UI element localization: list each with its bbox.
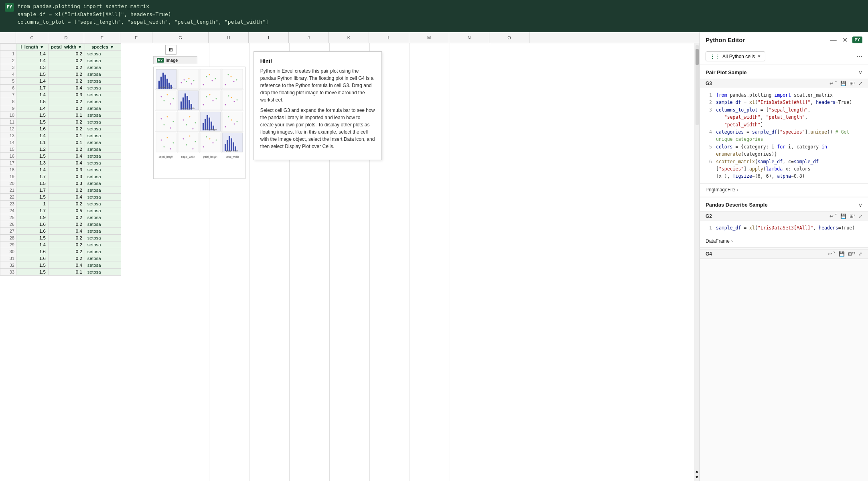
table-row[interactable]: 0.2 xyxy=(49,221,85,228)
table-row[interactable]: 1.3 xyxy=(16,64,49,71)
table-row[interactable]: 1.5 xyxy=(16,194,49,201)
table-row[interactable]: 1.6 xyxy=(16,221,49,228)
table-row[interactable]: 1.4 xyxy=(16,78,49,85)
scroll-down-icon[interactable]: ▼ xyxy=(695,475,699,479)
pair-plot-section-header[interactable]: Pair Plot Sample ∨ xyxy=(700,65,868,79)
table-row[interactable]: 1.6 xyxy=(16,126,49,132)
table-row[interactable]: 1.5 xyxy=(16,153,49,160)
table-row[interactable]: 0.1 xyxy=(49,139,85,146)
table-row[interactable]: setosa xyxy=(85,146,121,153)
step-btn-2[interactable]: ⊞ˢ xyxy=(850,213,855,219)
table-row[interactable]: setosa xyxy=(85,126,121,132)
table-row[interactable]: setosa xyxy=(85,160,121,166)
close-panel-btn[interactable]: ✕ xyxy=(842,35,848,45)
table-row[interactable]: setosa xyxy=(85,262,121,269)
table-row[interactable]: 0.2 xyxy=(49,78,85,85)
undo-btn-1[interactable]: ↩ ˅ xyxy=(829,81,837,86)
table-row[interactable]: 1.7 xyxy=(16,207,49,214)
table-row[interactable]: 0.4 xyxy=(49,194,85,201)
table-row[interactable]: 0.2 xyxy=(49,126,85,132)
table-row[interactable]: 0.4 xyxy=(49,262,85,269)
col-header-g[interactable]: G xyxy=(152,32,209,43)
table-row[interactable]: 0.2 xyxy=(49,71,85,78)
table-row[interactable]: 1 xyxy=(16,201,49,207)
table-row[interactable]: 0.4 xyxy=(49,85,85,91)
table-row[interactable]: 1.4 xyxy=(16,166,49,173)
table-row[interactable]: 0.2 xyxy=(49,214,85,221)
table-row[interactable]: 0.4 xyxy=(49,228,85,235)
table-row[interactable]: 0.4 xyxy=(49,160,85,166)
table-row[interactable]: 0.2 xyxy=(49,146,85,153)
table-row[interactable]: setosa xyxy=(85,51,121,57)
table-row[interactable]: 1.5 xyxy=(16,98,49,105)
table-row[interactable]: setosa xyxy=(85,57,121,64)
table-row[interactable]: setosa xyxy=(85,228,121,235)
table-row[interactable]: 1.3 xyxy=(16,160,49,166)
table-row[interactable]: 0.3 xyxy=(49,166,85,173)
table-row[interactable]: setosa xyxy=(85,201,121,207)
table-row[interactable]: setosa xyxy=(85,194,121,201)
table-row[interactable]: setosa xyxy=(85,166,121,173)
undo-btn-3[interactable]: ↩ ˅ xyxy=(828,251,836,257)
table-row[interactable]: setosa xyxy=(85,139,121,146)
expand-btn-2[interactable]: ⤢ xyxy=(858,213,862,219)
table-row[interactable]: setosa xyxy=(85,85,121,91)
step-btn-1[interactable]: ⊞ˢ xyxy=(850,81,855,86)
table-row[interactable]: 0.4 xyxy=(49,153,85,160)
table-row[interactable]: 1.5 xyxy=(16,71,49,78)
table-row[interactable]: 1.4 xyxy=(16,105,49,112)
table-row[interactable]: 1.5 xyxy=(16,235,49,242)
table-row[interactable]: setosa xyxy=(85,248,121,255)
table-row[interactable]: 0.3 xyxy=(49,91,85,98)
table-row[interactable]: 0.5 xyxy=(49,207,85,214)
dataframe-output[interactable]: DataFrame › xyxy=(700,235,868,247)
table-row[interactable]: 0.3 xyxy=(49,173,85,180)
table-row[interactable]: setosa xyxy=(85,71,121,78)
expand-btn-3[interactable]: ⤢ xyxy=(858,251,862,257)
table-row[interactable]: 1.9 xyxy=(16,214,49,221)
save-btn-3[interactable]: 💾 xyxy=(839,251,845,257)
pandas-describe-section-header[interactable]: Pandas Describe Sample ∨ xyxy=(700,198,868,211)
table-row[interactable]: 0.1 xyxy=(49,112,85,119)
pngimagefile-output[interactable]: PngImageFile › xyxy=(700,183,868,196)
table-row[interactable]: setosa xyxy=(85,207,121,214)
table-row[interactable]: setosa xyxy=(85,153,121,160)
table-row[interactable]: 1.2 xyxy=(16,146,49,153)
table-row[interactable]: 1.5 xyxy=(16,269,49,276)
table-row[interactable]: 0.3 xyxy=(49,180,85,187)
table-row[interactable]: 1.4 xyxy=(16,57,49,64)
table-row[interactable]: setosa xyxy=(85,112,121,119)
table-row[interactable]: 1.6 xyxy=(16,228,49,235)
undo-btn-2[interactable]: ↩ ˅ xyxy=(829,213,837,219)
table-row[interactable]: 0.2 xyxy=(49,105,85,112)
table-row[interactable]: 1.5 xyxy=(16,262,49,269)
table-row[interactable]: 1.6 xyxy=(16,255,49,262)
table-row[interactable]: 0.2 xyxy=(49,242,85,248)
table-row[interactable]: setosa xyxy=(85,242,121,248)
table-row[interactable]: 1.1 xyxy=(16,139,49,146)
save-btn-2[interactable]: 💾 xyxy=(840,213,846,219)
table-row[interactable]: setosa xyxy=(85,269,121,276)
table-row[interactable]: 0.2 xyxy=(49,201,85,207)
table-row[interactable]: setosa xyxy=(85,221,121,228)
all-python-cells-filter[interactable]: ⋮⋮ All Python cells ▼ xyxy=(706,51,765,61)
table-row[interactable]: setosa xyxy=(85,64,121,71)
table-row[interactable]: setosa xyxy=(85,235,121,242)
table-row[interactable]: setosa xyxy=(85,91,121,98)
table-row[interactable]: 1.4 xyxy=(16,132,49,139)
table-row[interactable]: setosa xyxy=(85,132,121,139)
more-options-btn[interactable]: ··· xyxy=(856,52,862,61)
table-row[interactable]: 0.2 xyxy=(49,235,85,242)
py-image-label-container[interactable]: PY Image xyxy=(153,56,197,64)
table-row[interactable]: 0.2 xyxy=(49,248,85,255)
table-row[interactable]: 1.7 xyxy=(16,173,49,180)
expand-btn-1[interactable]: ⤢ xyxy=(858,81,862,86)
table-row[interactable]: setosa xyxy=(85,214,121,221)
table-row[interactable]: setosa xyxy=(85,255,121,262)
close-panel-minimize[interactable]: — xyxy=(829,36,838,45)
py-icon-editor[interactable]: PY xyxy=(852,37,862,43)
table-row[interactable]: 1.7 xyxy=(16,187,49,194)
table-row[interactable]: 0.1 xyxy=(49,132,85,139)
table-row[interactable]: 1.5 xyxy=(16,119,49,126)
table-row[interactable]: 0.2 xyxy=(49,64,85,71)
